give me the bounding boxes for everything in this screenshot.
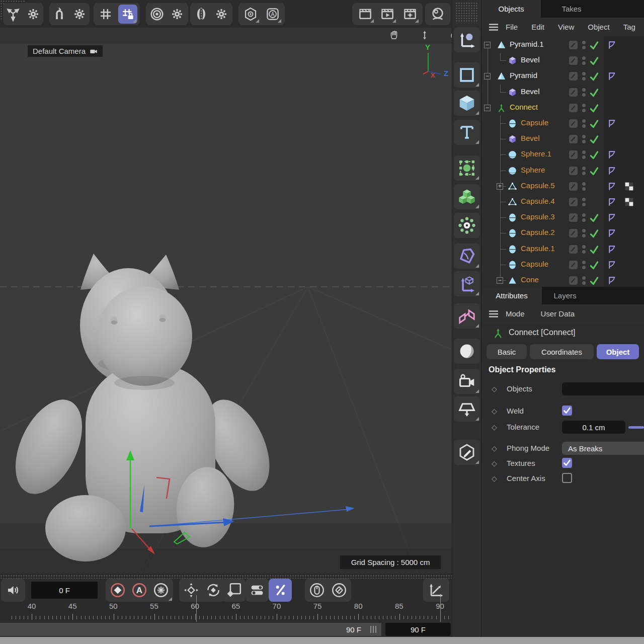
tree-row-capsule[interactable]: Capsule bbox=[481, 116, 644, 131]
fcurve-mode-icon[interactable] bbox=[427, 581, 446, 600]
settings-gear-icon[interactable] bbox=[24, 5, 43, 24]
object-name[interactable]: Pyramid.1 bbox=[510, 40, 544, 48]
panel-menu-icon[interactable] bbox=[488, 21, 500, 33]
mode-button-coordinates[interactable]: Coordinates bbox=[530, 344, 594, 359]
viewport-filter-icon[interactable] bbox=[241, 5, 260, 24]
phong-mode-dropdown[interactable]: As Breaks bbox=[562, 442, 644, 455]
spline-rectangle-button[interactable] bbox=[454, 62, 480, 88]
panel-menu-icon[interactable] bbox=[488, 308, 500, 320]
keyframe-settings-icon[interactable] bbox=[151, 581, 171, 600]
tolerance-slider[interactable] bbox=[628, 426, 644, 429]
enabled-check-icon[interactable] bbox=[589, 276, 599, 286]
editor-toggle-icon[interactable] bbox=[569, 150, 578, 159]
object-name[interactable]: Bevel bbox=[521, 55, 540, 64]
menu-edit[interactable]: Edit bbox=[531, 23, 544, 31]
timeline-grip[interactable] bbox=[0, 575, 452, 579]
tree-row-bevel[interactable]: Bevel bbox=[481, 131, 644, 147]
snap-magnet-icon[interactable] bbox=[50, 5, 69, 24]
visibility-dots[interactable] bbox=[582, 41, 586, 49]
visibility-dots[interactable] bbox=[582, 261, 586, 269]
record-mouse-icon[interactable] bbox=[307, 581, 327, 600]
enabled-check-icon[interactable] bbox=[589, 134, 599, 144]
keyframe-diamond-icon[interactable]: ◇ bbox=[492, 459, 497, 467]
tree-row-capsule-2[interactable]: Capsule.2 bbox=[481, 225, 644, 241]
visibility-dots[interactable] bbox=[582, 229, 586, 237]
visibility-dots[interactable] bbox=[582, 88, 586, 97]
annotation-icon[interactable]: A bbox=[263, 5, 282, 24]
tab-objects[interactable]: Objects bbox=[481, 0, 541, 18]
expander-plus[interactable]: + bbox=[497, 183, 503, 190]
editor-toggle-icon[interactable] bbox=[569, 197, 578, 207]
preview-range-bar[interactable]: 90 F bbox=[0, 623, 381, 636]
range-grip[interactable] bbox=[370, 626, 376, 633]
menu-user-data[interactable]: User Data bbox=[541, 309, 575, 318]
settings-gear-icon[interactable] bbox=[70, 5, 89, 24]
keyframe-diamond-icon[interactable]: ◇ bbox=[492, 423, 497, 431]
editor-toggle-icon[interactable] bbox=[569, 213, 578, 222]
object-name[interactable]: Capsule.3 bbox=[521, 212, 555, 221]
editor-toggle-icon[interactable] bbox=[569, 166, 578, 176]
deformer-button[interactable] bbox=[454, 244, 480, 269]
visibility-dots[interactable] bbox=[582, 56, 586, 65]
subdivision-surface-button[interactable] bbox=[454, 155, 480, 181]
tree-row-capsule-4[interactable]: Capsule.4 bbox=[481, 194, 644, 210]
autokey-off-icon[interactable] bbox=[271, 581, 290, 600]
visibility-dots[interactable] bbox=[582, 135, 586, 143]
editor-toggle-icon[interactable] bbox=[569, 182, 578, 191]
object-name[interactable]: Bevel bbox=[521, 134, 540, 142]
keyframe-diamond-icon[interactable]: ◇ bbox=[492, 385, 497, 393]
target-center-icon[interactable] bbox=[147, 5, 167, 24]
keyframe-diamond-icon[interactable]: ◇ bbox=[492, 407, 497, 415]
visibility-dots[interactable] bbox=[582, 119, 586, 128]
visibility-dots[interactable] bbox=[582, 150, 586, 159]
key-position-filter-icon[interactable] bbox=[182, 581, 201, 600]
coordinates-tool-button[interactable] bbox=[454, 27, 480, 52]
phong-tag-icon[interactable] bbox=[607, 228, 617, 238]
object-name[interactable]: Sphere.1 bbox=[521, 149, 551, 158]
tab-takes[interactable]: Takes bbox=[541, 0, 602, 18]
quantize-grid-icon[interactable] bbox=[96, 5, 115, 24]
object-name[interactable]: Connect bbox=[510, 103, 538, 111]
settings-gear-icon[interactable] bbox=[168, 5, 187, 24]
object-name[interactable]: Capsule bbox=[521, 260, 548, 268]
menu-tag[interactable]: Tag bbox=[623, 23, 635, 31]
visibility-dots[interactable] bbox=[582, 104, 586, 112]
tree-row-sphere[interactable]: Sphere bbox=[481, 163, 644, 179]
phong-tag-icon[interactable] bbox=[607, 149, 617, 160]
object-name[interactable]: Pyramid bbox=[510, 71, 537, 79]
phong-tag-icon[interactable] bbox=[607, 181, 617, 192]
expander-minus[interactable]: − bbox=[484, 42, 491, 48]
checkbox-weld[interactable] bbox=[562, 406, 572, 416]
tree-row-capsule-1[interactable]: Capsule.1 bbox=[481, 242, 644, 257]
volume-builder-button[interactable] bbox=[454, 184, 480, 209]
enabled-check-icon[interactable] bbox=[589, 150, 599, 160]
editor-toggle-icon[interactable] bbox=[569, 228, 578, 238]
object-name[interactable]: Bevel bbox=[521, 87, 540, 96]
render-view-icon[interactable] bbox=[356, 5, 375, 24]
enabled-check-icon[interactable] bbox=[589, 260, 599, 270]
texture-tag-icon[interactable] bbox=[624, 197, 634, 207]
tree-row-connect[interactable]: −Connect bbox=[481, 100, 644, 116]
enabled-check-icon[interactable] bbox=[589, 213, 599, 223]
tolerance-field[interactable]: 0.1 cm bbox=[562, 421, 625, 434]
editor-toggle-icon[interactable] bbox=[569, 245, 578, 254]
mode-button-object[interactable]: Object bbox=[597, 344, 639, 359]
key-pla-filter-icon[interactable] bbox=[248, 581, 267, 600]
tree-row-pyramid-1[interactable]: −Pyramid.1 bbox=[481, 37, 644, 53]
record-keyframe-icon[interactable] bbox=[108, 581, 127, 600]
visibility-dots[interactable] bbox=[582, 72, 586, 80]
phong-tag-icon[interactable] bbox=[607, 275, 617, 286]
material-edit-button[interactable] bbox=[454, 440, 480, 465]
editor-toggle-icon[interactable] bbox=[569, 88, 578, 97]
phong-tag-icon[interactable] bbox=[607, 118, 617, 129]
tree-row-cone[interactable]: −Cone bbox=[481, 273, 644, 287]
object-name[interactable]: Capsule.5 bbox=[521, 181, 555, 190]
object-name[interactable]: Capsule.1 bbox=[521, 244, 555, 253]
tree-row-capsule[interactable]: Capsule bbox=[481, 257, 644, 273]
timeline-marker[interactable] bbox=[196, 595, 197, 622]
menu-view[interactable]: View bbox=[558, 23, 574, 31]
enabled-check-icon[interactable] bbox=[589, 40, 599, 50]
editor-toggle-icon[interactable] bbox=[569, 276, 578, 285]
key-rotation-filter-icon[interactable] bbox=[204, 581, 223, 600]
tree-row-bevel[interactable]: Bevel bbox=[481, 53, 644, 68]
